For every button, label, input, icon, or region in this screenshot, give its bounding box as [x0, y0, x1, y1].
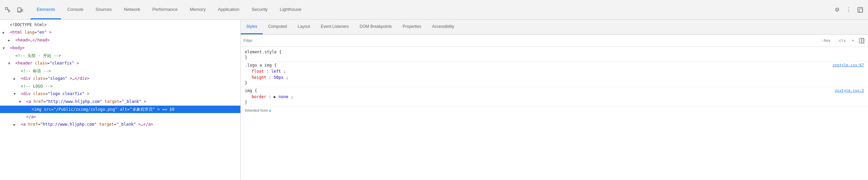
prop-name-height: height	[252, 75, 266, 80]
tab-console[interactable]: Console	[61, 0, 90, 19]
style-close-brace-logo: }	[245, 80, 864, 85]
sub-tab-layout[interactable]: Layout	[292, 20, 315, 34]
dom-line-comment-logo[interactable]: <!-- LOGO -->	[0, 83, 240, 90]
tag-head: <head>…</head>	[15, 38, 50, 42]
add-style-button[interactable]: +	[849, 37, 856, 44]
main-tab-list: Elements Console Sources Network Perform…	[31, 0, 308, 19]
dom-line-doctype[interactable]: <!DOCTYPE html>	[0, 21, 240, 29]
triangle-logo[interactable]	[14, 91, 18, 97]
toolbar-right: ⚙ ⋮	[832, 5, 865, 15]
sub-tab-accessibility[interactable]: Accessibility	[427, 20, 459, 34]
undock-icon[interactable]	[855, 5, 865, 15]
more-options-icon[interactable]: ⋮	[844, 5, 854, 15]
prop-name-float: float	[252, 69, 264, 74]
triangle-a2[interactable]	[14, 121, 18, 128]
dom-line-a-hljphp[interactable]: <a href="http://www.hljphp.com" target="…	[0, 98, 240, 106]
tag-div-logo: <div	[21, 91, 31, 96]
dom-tree: <!DOCTYPE html> <html lang="en" > <head>…	[0, 20, 240, 180]
dom-line-head[interactable]: <head>…</head>	[0, 36, 240, 44]
tag-a-open: <a	[26, 99, 31, 104]
prop-semi-float: ;	[283, 69, 286, 74]
attr-lang-name: lang	[25, 30, 35, 35]
dom-line-comment-header[interactable]: <!-- 头部 - 开始 -->	[0, 52, 240, 59]
inherited-element-link[interactable]: a	[269, 108, 271, 112]
style-source-img[interactable]: zxstyle.css:2	[835, 88, 864, 93]
styles-filter-input[interactable]	[243, 38, 819, 43]
attr-src-value: "/Public/zximg/zxlogo.png"	[54, 107, 117, 112]
hov-button[interactable]: :hov	[819, 37, 833, 44]
tab-memory[interactable]: Memory	[184, 0, 212, 19]
dom-line-body[interactable]: <body>	[0, 44, 240, 52]
style-property-float: float : left ;	[245, 68, 864, 74]
sub-tab-dom-breakpoints[interactable]: DOM Breakpoints	[354, 20, 397, 34]
tab-sources[interactable]: Sources	[90, 0, 118, 19]
style-selector-element: element.style {	[245, 50, 864, 54]
sub-tab-computed[interactable]: Computed	[263, 20, 292, 34]
svg-rect-7	[861, 38, 864, 43]
style-rule-element: element.style { }	[241, 48, 868, 61]
svg-rect-1	[18, 8, 21, 12]
attr-class-name: class	[35, 61, 47, 66]
styles-filter-bar: :hov .cls +	[241, 35, 868, 47]
inspect-icon[interactable]	[3, 5, 13, 15]
filter-actions: :hov .cls +	[819, 37, 865, 44]
triangle-head[interactable]	[8, 37, 13, 44]
svg-rect-0	[5, 7, 7, 10]
dom-line-a-close[interactable]: </a>	[0, 113, 240, 121]
dom-panel: <!DOCTYPE html> <html lang="en" > <head>…	[0, 20, 241, 180]
tab-application[interactable]: Application	[212, 0, 246, 19]
dom-line-div-slogan[interactable]: <div class="slogan" >…</div>	[0, 75, 240, 83]
style-close-brace-element: }	[245, 55, 864, 60]
dom-line-html[interactable]: <html lang="en" >	[0, 29, 240, 36]
styles-content: element.style { } zxstyle.css:67 .logo a…	[241, 47, 868, 180]
dot-indicator: …	[1, 106, 3, 113]
prop-name-border: border	[252, 94, 266, 99]
attr-lang-value: "en"	[37, 30, 47, 35]
style-rule-logo-img: zxstyle.css:67 .logo a img { float : lef…	[241, 61, 868, 87]
inherited-label: Inherited from a	[241, 106, 868, 113]
triangle-header[interactable]	[8, 60, 13, 67]
triangle-a[interactable]	[19, 98, 24, 105]
cls-button[interactable]: .cls	[834, 37, 848, 44]
main-content: <!DOCTYPE html> <html lang="en" > <head>…	[0, 20, 868, 180]
sub-tab-properties[interactable]: Properties	[397, 20, 427, 34]
comment-logo: <!-- LOGO -->	[21, 84, 53, 89]
img-close: > == $0	[157, 107, 175, 112]
selector-text-logo-img: .logo a img {	[245, 63, 277, 68]
settings-icon[interactable]: ⚙	[832, 5, 842, 15]
prop-colon-height: :	[269, 75, 274, 80]
sub-tab-event-listeners[interactable]: Event Listeners	[315, 20, 354, 34]
dom-line-div-logo[interactable]: <div class="logo clearfix" >	[0, 90, 240, 98]
tab-lighthouse[interactable]: Lighthouse	[274, 0, 308, 19]
prop-value-height: 50px	[274, 75, 283, 80]
style-rule-img: zxstyle.css:2 img { border : ▶ none ; }	[241, 87, 868, 106]
styles-panel: Styles Computed Layout Event Listeners D…	[241, 20, 868, 180]
sub-tab-styles[interactable]: Styles	[241, 20, 263, 34]
tab-network[interactable]: Network	[118, 0, 146, 19]
inherited-text: Inherited from	[245, 108, 268, 112]
attr-alt-value: "卓象程序员"	[130, 107, 155, 112]
doctype-text: <!DOCTYPE html>	[10, 22, 46, 27]
prop-expand-border[interactable]: ▶	[274, 94, 276, 99]
dom-line-img-selected[interactable]: … <img src="/Public/zximg/zxlogo.png" al…	[0, 106, 240, 113]
style-source-logo-img[interactable]: zxstyle.css:67	[832, 63, 864, 67]
toggle-styles-icon[interactable]	[858, 37, 865, 44]
prop-value-float: left	[271, 69, 281, 74]
tab-elements[interactable]: Elements	[31, 0, 61, 19]
triangle-body[interactable]	[3, 45, 7, 52]
prop-colon-float: :	[266, 69, 271, 74]
svg-rect-2	[22, 9, 23, 12]
device-toolbar-icon[interactable]	[15, 5, 25, 15]
style-selector-img: zxstyle.css:2 img {	[245, 88, 864, 93]
dom-line-header[interactable]: <header class="clearfix" >	[0, 59, 240, 67]
sub-tab-bar: Styles Computed Layout Event Listeners D…	[241, 20, 868, 35]
prop-value-border: none	[279, 94, 289, 99]
dom-line-comment-slogan[interactable]: <!-- 标语 -->	[0, 67, 240, 75]
triangle-slogan[interactable]	[14, 75, 18, 82]
triangle-html[interactable]	[3, 29, 7, 36]
attr-src-name: src	[44, 107, 51, 112]
tab-performance[interactable]: Performance	[146, 0, 183, 19]
dom-line-a-hljphp2[interactable]: <a href="http://www.hljphp.com" target="…	[0, 121, 240, 128]
tag-img-open: <img	[32, 107, 41, 112]
tab-security[interactable]: Security	[245, 0, 274, 19]
